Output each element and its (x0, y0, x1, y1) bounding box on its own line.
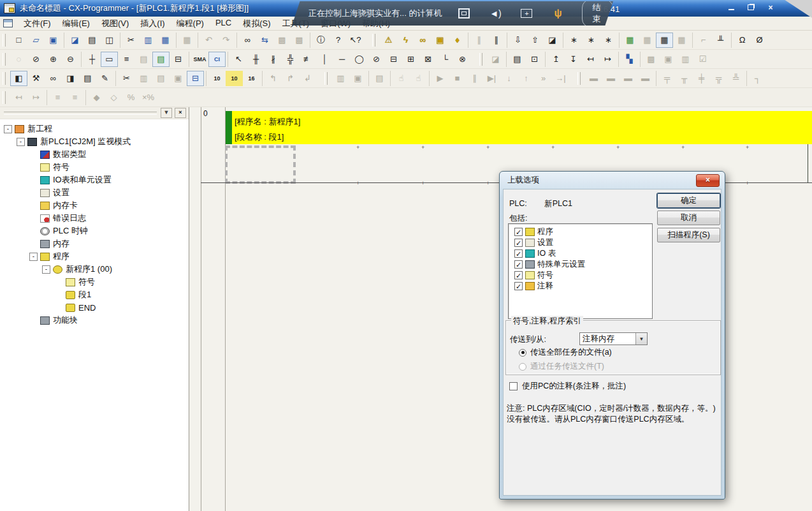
invert-instruction-button[interactable]: ⊠ (419, 52, 437, 67)
change-all-button[interactable]: ▩ (291, 33, 308, 48)
toolbar-grip[interactable] (372, 34, 375, 47)
menu-view[interactable]: 视图(V) (96, 17, 134, 31)
differential-trace-button[interactable]: ⌐ (695, 33, 712, 48)
show-symbol-list-button[interactable]: ≡ (118, 52, 135, 67)
sfc-divergence-button[interactable]: ╪ (693, 71, 710, 86)
radio-disabled-icon[interactable] (519, 363, 526, 371)
transfer-to-plc-button[interactable]: ⇩ (509, 33, 526, 48)
restore-button[interactable] (745, 3, 757, 12)
tree-item-settings[interactable]: 设置 (0, 186, 189, 199)
monitor-set-value-button[interactable]: ↥ (547, 52, 565, 67)
collapse-icon[interactable]: - (29, 253, 38, 261)
partial-transfer-button[interactable]: ∗ (565, 33, 583, 48)
binary-display-button[interactable]: ⊟ (187, 71, 204, 86)
sfc-connector-button[interactable]: ┐ (749, 71, 766, 86)
about-button[interactable]: ⓘ (312, 33, 330, 48)
toolbar-overflow-button[interactable]: ▼ (161, 108, 172, 118)
print-button[interactable]: ▤ (83, 33, 101, 48)
collapse-icon[interactable]: - (17, 138, 25, 146)
new-instruction-button[interactable]: ⊟ (385, 52, 402, 67)
compare-with-plc-button[interactable]: ◪ (544, 33, 561, 48)
line-erase-button[interactable]: ⊗ (454, 52, 471, 67)
insert-rung-below-button[interactable]: ≡ (66, 90, 83, 105)
float-window-button[interactable]: ▥ (135, 71, 152, 86)
paste-special-button[interactable]: ▦ (178, 33, 196, 48)
radio-selected-icon[interactable] (519, 349, 526, 357)
dialog-close-button[interactable]: × (696, 174, 720, 187)
time-chart-monitor-button[interactable]: ╨ (712, 33, 729, 48)
watch-stack-button[interactable]: ▤ (509, 52, 526, 67)
sfc-step-button[interactable]: ╤ (658, 71, 676, 86)
release-protection-button[interactable]: Ø (751, 33, 768, 48)
new-project-button[interactable]: □ (10, 33, 27, 48)
find-button[interactable]: ∞ (239, 33, 256, 48)
show-sma-button[interactable]: SMA (191, 52, 208, 67)
new-closed-coil-button[interactable]: ⊘ (368, 52, 385, 67)
tree-item-program1-symbols[interactable]: 符号 (0, 276, 189, 288)
zoom-to-fit-button[interactable]: ⊘ (27, 52, 45, 67)
fb-io-button[interactable]: ▬ (620, 71, 637, 86)
tree-item-project-root[interactable]: -新工程 (0, 122, 189, 135)
differential-monitor-button[interactable]: ▚ (621, 52, 638, 67)
go-to-next-address-button[interactable]: ↰ (265, 71, 282, 86)
menu-insert[interactable]: 插入(I) (134, 17, 170, 31)
include-item-io-table[interactable]: ✓IO 表 (509, 248, 652, 259)
split-window-button[interactable]: ✂ (118, 71, 135, 86)
run-to-break-button[interactable]: →| (552, 71, 569, 86)
step-out-button[interactable]: ↑ (518, 71, 535, 86)
tree-item-memory[interactable]: 内存 (0, 237, 189, 250)
clear-breakpoints-button[interactable]: ☝ (410, 71, 427, 86)
include-item-settings[interactable]: ✓设置 (509, 237, 652, 248)
address-reference-tool-button[interactable]: ⊡ (526, 52, 543, 67)
sim-stop-button[interactable]: ■ (449, 71, 466, 86)
copy-button[interactable]: ▥ (140, 33, 157, 48)
menu-plc[interactable]: PLC (210, 17, 237, 31)
redo-button[interactable]: ↷ (217, 33, 235, 48)
menu-simulation[interactable]: 模拟(S) (237, 17, 276, 31)
save-project-button[interactable]: ▣ (45, 33, 62, 48)
dialog-title-bar[interactable]: 上载选项 (500, 172, 725, 188)
plc-memory-custom-button[interactable]: ▦ (673, 33, 690, 48)
new-pi-instruction-button[interactable]: ⊞ (402, 52, 419, 67)
toolbar-grip[interactable] (324, 72, 328, 85)
find-in-project-button[interactable]: ▩ (273, 33, 291, 48)
monitor-add-button[interactable]: ↦ (599, 52, 616, 67)
go-to-previous-address-button[interactable]: ↱ (282, 71, 299, 86)
decimal-display-button[interactable]: 10 (208, 71, 226, 86)
task-transfer-button[interactable]: ∗ (583, 33, 600, 48)
release-online-edit-button[interactable]: ☑ (694, 52, 711, 67)
go-to-jump-point-button[interactable]: ↲ (299, 71, 316, 86)
rung-comment-block[interactable]: [程序名 : 新程序1] [段名称 : 段1] (226, 111, 812, 144)
transfer-from-plc-button[interactable]: ⇧ (526, 33, 544, 48)
replace-button[interactable]: ⇆ (256, 33, 273, 48)
insert-rung-above-button[interactable]: ≡ (49, 90, 66, 105)
set-protection-button[interactable]: Ω (734, 33, 751, 48)
cascade-window-button[interactable]: ▣ (170, 71, 187, 86)
tree-item-memory-card[interactable]: 内存卡 (0, 199, 189, 212)
plc-memory-io-button[interactable]: ▦ (639, 33, 656, 48)
include-item-comments[interactable]: ✓注释 (509, 281, 652, 292)
edit-rung-comment-button[interactable]: ◪ (487, 52, 504, 67)
toolbar-grip[interactable] (3, 91, 6, 104)
sfc-convergence-button[interactable]: ╦ (710, 71, 727, 86)
plc-memory-button[interactable]: ▦ (656, 33, 673, 48)
force-cancel-button[interactable]: % (122, 90, 140, 105)
undo-button[interactable]: ↶ (200, 33, 217, 48)
transfer-by-task-option[interactable]: 通过任务传送文件(T) (519, 361, 604, 372)
tree-item-end-section[interactable]: END (0, 301, 189, 314)
fb-online-button[interactable]: ▬ (637, 71, 654, 86)
checkbox-checked-icon[interactable]: ✓ (514, 249, 523, 258)
toggle-address-reference-button[interactable]: ▤ (79, 71, 96, 86)
toggle-watch-window-button[interactable]: ∞ (45, 71, 62, 86)
collapse-icon[interactable]: - (4, 125, 12, 133)
toolbar-grip[interactable] (577, 72, 581, 85)
toggle-output-window-button[interactable]: ⚒ (27, 71, 45, 86)
open-project-button[interactable]: ▱ (27, 33, 45, 48)
tree-item-io-table[interactable]: IO表和单元设置 (0, 174, 189, 186)
tree-item-error-log[interactable]: 错误日志 (0, 212, 189, 225)
tree-item-data-types[interactable]: 数据类型 (0, 148, 189, 161)
workspace-close-button[interactable]: × (175, 108, 186, 118)
toolbar-grip[interactable] (3, 72, 6, 85)
dock-window-button[interactable]: ▤ (152, 71, 170, 86)
step-in-button[interactable]: ↓ (500, 71, 518, 86)
